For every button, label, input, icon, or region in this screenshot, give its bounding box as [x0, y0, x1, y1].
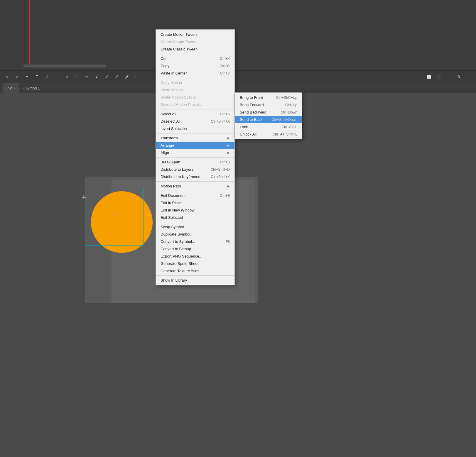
- menu-item-edit-in-new-window[interactable]: Edit in New Window: [156, 207, 234, 214]
- menu-separator: [156, 181, 234, 182]
- menu-item-select-all[interactable]: Select AllCtrl+A: [156, 110, 234, 118]
- submenu-item-shortcut: Ctrl+Alt+Shift+L: [273, 132, 297, 136]
- submenu-item-unlock-all[interactable]: Unlock AllCtrl+Alt+Shift+L: [235, 131, 302, 138]
- menu-item-generate-texture-atlas[interactable]: Generate Texture Atlas...: [156, 267, 234, 275]
- arrow-icon: ›: [22, 86, 23, 90]
- menu-item-label: Generate Texture Atlas...: [161, 269, 202, 273]
- menu-item-motion-path[interactable]: Motion Path▶: [156, 182, 234, 190]
- menu-item-label: Save as Motion Preset...: [161, 102, 202, 107]
- center-dot: [113, 214, 115, 216]
- menu-item-create-motion-tween[interactable]: Create Motion Tween: [156, 31, 234, 38]
- menu-item-label: Distribute to Layers: [161, 167, 193, 172]
- menu-item-break-apart[interactable]: Break ApartCtrl+B: [156, 158, 234, 166]
- menu-item-label: Cut: [161, 56, 166, 61]
- dots-icon[interactable]: …: [465, 73, 473, 81]
- playhead: [29, 0, 30, 65]
- submenu-arrow-icon: ▶: [227, 151, 230, 154]
- submenu-item-label: Lock: [240, 125, 248, 129]
- line-tool[interactable]: ╱: [43, 73, 51, 81]
- menu-item-shortcut: Ctrl+A: [220, 112, 230, 116]
- submenu-item-bring-to-front[interactable]: Bring to FrontCtrl+Shift+Up: [235, 94, 302, 101]
- text-tool[interactable]: T: [33, 73, 41, 81]
- menu-item-label: Create Shape Tween: [161, 40, 196, 44]
- menu-item-label: Edit in Place: [161, 201, 182, 205]
- menu-item-label: Edit in New Window: [161, 208, 195, 212]
- menu-item-duplicate-symbol[interactable]: Duplicate Symbol...: [156, 231, 234, 238]
- menu-item-label: Create Motion Tween: [161, 32, 197, 37]
- menu-item-swap-symbol[interactable]: Swap Symbol...: [156, 223, 234, 231]
- submenu-item-shortcut: Ctrl+Shift+Down: [272, 118, 297, 122]
- menu-item-shortcut: Ctrl+C: [220, 64, 230, 68]
- submenu-item-label: Bring Forward: [240, 103, 264, 107]
- brush-tool[interactable]: 🖌: [93, 73, 101, 81]
- submenu-item-lock[interactable]: LockCtrl+Alt+L: [235, 123, 302, 131]
- menu-separator: [156, 191, 234, 191]
- submenu-item-shortcut: Ctrl+Shift+Up: [276, 96, 297, 100]
- menu-item-label: Show In Library: [161, 278, 187, 282]
- camera-icon[interactable]: ⬜: [425, 73, 433, 81]
- menu-item-edit-selected[interactable]: Edit Selected: [156, 214, 234, 221]
- rect-tool[interactable]: □: [53, 73, 61, 81]
- menu-item-label: Convert to Bitmap: [161, 247, 191, 251]
- menu-item-distribute-to-layers[interactable]: Distribute to LayersCtrl+Shift+D: [156, 166, 234, 173]
- menu-item-invert-selection[interactable]: Invert Selection: [156, 125, 234, 132]
- arrow-tool[interactable]: ↖: [3, 73, 11, 81]
- ink-tool[interactable]: 🖊: [113, 73, 121, 81]
- submenu-arrow-icon: ▶: [227, 136, 230, 140]
- menu-item-edit-in-place[interactable]: Edit in Place: [156, 199, 234, 207]
- submenu-arrow-icon: ▶: [227, 185, 230, 188]
- menu-item-convert-to-symbol[interactable]: Convert to Symbol...F8: [156, 238, 234, 245]
- menu-item-label: Align: [161, 150, 169, 155]
- symbol-name: Symbol 1: [25, 86, 40, 90]
- magnet-icon[interactable]: N: [455, 73, 463, 81]
- arrange-submenu: Bring to FrontCtrl+Shift+UpBring Forward…: [235, 92, 302, 139]
- menu-item-generate-sprite-sheet[interactable]: Generate Sprite Sheet...: [156, 260, 234, 267]
- submenu-item-bring-forward[interactable]: Bring ForwardCtrl+Up: [235, 101, 302, 109]
- menu-item-shortcut: Ctrl+Shift+K: [211, 175, 230, 179]
- menu-item-deselect-all[interactable]: Deselect AllCtrl+Shift+A: [156, 118, 234, 125]
- eyedrop-tool[interactable]: 💉: [123, 73, 131, 81]
- grid-icon[interactable]: ⊞: [445, 73, 453, 81]
- menu-item-align[interactable]: Align▶: [156, 149, 234, 156]
- menu-item-edit-document[interactable]: Edit DocumentCtrl+E: [156, 192, 234, 199]
- menu-item-label: Export PNG Sequence...: [161, 254, 202, 258]
- menu-item-label: Copy Motion: [161, 80, 182, 85]
- snap-icon[interactable]: ⬛: [435, 73, 443, 81]
- menu-item-label: Swap Symbol...: [161, 225, 187, 229]
- toolbar-right: ⬜ ⬛ ⊞ N …: [425, 73, 473, 81]
- close-icon[interactable]: ×: [14, 87, 16, 90]
- menu-item-label: Copy: [161, 64, 169, 68]
- pencil-tool[interactable]: ✏: [83, 73, 91, 81]
- menu-item-copy[interactable]: CopyCtrl+C: [156, 62, 234, 70]
- menu-item-distribute-to-keyframes[interactable]: Distribute to KeyframesCtrl+Shift+K: [156, 173, 234, 180]
- menu-item-shortcut: Ctrl+Shift+D: [211, 167, 230, 172]
- menu-item-label: Arrange: [161, 143, 174, 148]
- menu-item-shortcut: F8: [226, 240, 230, 244]
- paint-tool[interactable]: 🖍: [103, 73, 111, 81]
- menu-item-shortcut: Ctrl+Shift+A: [211, 119, 230, 123]
- eraser-tool[interactable]: ◻: [133, 73, 141, 81]
- submenu-item-label: Unlock All: [240, 132, 256, 136]
- menu-separator: [156, 133, 234, 133]
- submenu-item-label: Send to Back: [240, 117, 262, 122]
- menu-item-cut[interactable]: CutCtrl+X: [156, 55, 234, 62]
- menu-item-paste-in-center[interactable]: Paste in CenterCtrl+V: [156, 70, 234, 77]
- oval-tool[interactable]: ○: [63, 73, 71, 81]
- menu-item-export-png-sequence[interactable]: Export PNG Sequence...: [156, 253, 234, 260]
- separator: [144, 74, 144, 80]
- submenu-item-send-to-back[interactable]: Send to BackCtrl+Shift+Down: [235, 116, 302, 123]
- menu-item-create-classic-tween[interactable]: Create Classic Tween: [156, 45, 234, 53]
- submenu-item-send-backward[interactable]: Send BackwardCtrl+Down: [235, 109, 302, 116]
- subselect-tool[interactable]: ↗: [13, 73, 21, 81]
- menu-item-arrange[interactable]: Arrange▶: [156, 142, 234, 149]
- menu-item-show-in-library[interactable]: Show In Library: [156, 277, 234, 284]
- pen-tool[interactable]: ✒: [23, 73, 31, 81]
- poly-tool[interactable]: ⬡: [73, 73, 81, 81]
- submenu-item-label: Bring to Front: [240, 95, 263, 100]
- menu-item-transform[interactable]: Transform▶: [156, 134, 234, 142]
- main-tab[interactable]: (n)* ×: [3, 83, 19, 93]
- menu-item-convert-to-bitmap[interactable]: Convert to Bitmap: [156, 245, 234, 253]
- menu-item-save-as-motion-preset: Save as Motion Preset...: [156, 101, 234, 108]
- timeline-scrollbar[interactable]: [23, 65, 106, 67]
- menu-item-label: Distribute to Keyframes: [161, 175, 200, 179]
